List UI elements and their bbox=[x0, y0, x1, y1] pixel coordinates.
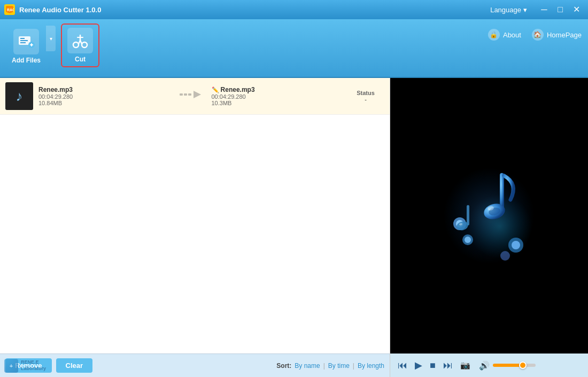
sort-area: Sort: By name | By time | By length bbox=[276, 362, 384, 370]
svg-rect-16 bbox=[184, 93, 187, 96]
svg-rect-3 bbox=[20, 38, 25, 39]
renee-logo-text: RENE.ELaboratory bbox=[21, 359, 46, 372]
minimize-button[interactable]: ─ bbox=[537, 2, 552, 17]
svg-text:RAC: RAC bbox=[7, 8, 14, 12]
toolbar-right: 🔒 About 🏠 HomePage bbox=[488, 23, 582, 41]
status-label: Status bbox=[347, 90, 384, 96]
svg-marker-18 bbox=[194, 91, 201, 98]
renee-logo: + RENE.ELaboratory bbox=[4, 359, 46, 373]
stop-button[interactable]: ■ bbox=[428, 359, 438, 372]
add-files-label: Add Files bbox=[12, 57, 41, 64]
about-label: About bbox=[503, 31, 521, 39]
edit-icon: ✏️ bbox=[212, 87, 221, 93]
music-art bbox=[441, 162, 537, 269]
sort-by-time[interactable]: By time bbox=[328, 362, 350, 370]
add-files-button[interactable]: Add Files bbox=[6, 26, 46, 67]
svg-rect-15 bbox=[180, 93, 183, 96]
right-panel: ⏮ ▶ ■ ⏭ 📷 🔊 bbox=[390, 78, 588, 377]
svg-point-10 bbox=[82, 42, 87, 48]
svg-point-27 bbox=[500, 251, 510, 261]
add-files-icon bbox=[13, 29, 39, 54]
main-content: ♪ Renee.mp3 00:04:29.280 10.84MB bbox=[0, 78, 588, 377]
toolbar: Add Files ▾ Cut 🔒 About 🏠 HomePage bbox=[0, 19, 588, 78]
close-button[interactable]: ✕ bbox=[569, 2, 584, 17]
volume-icon: 🔊 bbox=[479, 360, 490, 371]
file-thumbnail: ♪ bbox=[5, 82, 33, 110]
sort-by-length[interactable]: By length bbox=[358, 362, 384, 370]
cut-label: Cut bbox=[75, 56, 86, 63]
homepage-icon: 🏠 bbox=[532, 29, 544, 41]
table-row[interactable]: ♪ Renee.mp3 00:04:29.280 10.84MB bbox=[0, 78, 390, 115]
window-controls: ─ □ ✕ bbox=[537, 2, 584, 17]
svg-rect-5 bbox=[20, 42, 26, 43]
cut-icon bbox=[67, 28, 93, 53]
homepage-button[interactable]: 🏠 HomePage bbox=[532, 29, 582, 41]
music-note-icon: ♪ bbox=[16, 88, 23, 105]
output-filename-row: ✏️ Renee.mp3 bbox=[212, 86, 342, 93]
language-button[interactable]: Language ▾ bbox=[486, 4, 531, 16]
screenshot-button[interactable]: 📷 bbox=[458, 359, 473, 371]
input-size: 10.84MB bbox=[38, 100, 169, 106]
output-info: ✏️ Renee.mp3 00:04:29.280 10.3MB bbox=[212, 86, 342, 106]
svg-rect-32 bbox=[467, 205, 469, 225]
output-size: 10.3MB bbox=[212, 100, 342, 106]
titlebar-left: RAC Renee Audio Cutter 1.0.0 bbox=[4, 4, 101, 15]
input-duration: 00:04:29.280 bbox=[38, 93, 169, 100]
cut-button[interactable]: Cut bbox=[61, 23, 99, 67]
about-button[interactable]: 🔒 About bbox=[488, 29, 521, 41]
file-info: Renee.mp3 00:04:29.280 10.84MB bbox=[38, 86, 169, 106]
language-dropdown-icon: ▾ bbox=[523, 6, 527, 14]
svg-point-9 bbox=[73, 42, 79, 48]
file-list-bottom-bar: Remove Clear Sort: By name | By time | B… bbox=[0, 354, 390, 377]
svg-point-26 bbox=[512, 241, 520, 249]
app-title: Renee Audio Cutter 1.0.0 bbox=[19, 6, 101, 14]
volume-slider[interactable] bbox=[493, 364, 536, 367]
about-icon: 🔒 bbox=[488, 29, 500, 41]
input-filename: Renee.mp3 bbox=[38, 86, 169, 93]
output-filename: Renee.mp3 bbox=[221, 86, 255, 93]
svg-point-24 bbox=[465, 237, 471, 243]
add-files-dropdown-button[interactable]: ▾ bbox=[46, 26, 56, 51]
app-logo: RAC bbox=[4, 4, 15, 15]
language-label: Language bbox=[490, 6, 521, 14]
titlebar: RAC Renee Audio Cutter 1.0.0 Language ▾ … bbox=[0, 0, 588, 19]
renee-logo-icon: + bbox=[4, 359, 18, 373]
player-controls: ⏮ ▶ ■ ⏭ 📷 🔊 bbox=[390, 354, 588, 377]
sort-by-name[interactable]: By name bbox=[295, 362, 320, 370]
svg-rect-8 bbox=[31, 43, 32, 46]
play-button[interactable]: ▶ bbox=[413, 358, 424, 372]
skip-forward-button[interactable]: ⏭ bbox=[441, 359, 455, 372]
file-list: ♪ Renee.mp3 00:04:29.280 10.84MB bbox=[0, 78, 390, 354]
sort-label: Sort: bbox=[276, 362, 291, 370]
status-col: Status - bbox=[347, 90, 384, 103]
volume-thumb[interactable] bbox=[519, 362, 527, 369]
output-duration: 00:04:29.280 bbox=[212, 93, 342, 100]
skip-back-button[interactable]: ⏮ bbox=[396, 359, 409, 372]
svg-rect-17 bbox=[188, 93, 191, 96]
clear-button[interactable]: Clear bbox=[56, 358, 93, 373]
arrow-icon bbox=[174, 89, 206, 104]
svg-rect-4 bbox=[20, 40, 28, 41]
preview-area bbox=[390, 78, 588, 354]
homepage-label: HomePage bbox=[547, 31, 582, 39]
status-value: - bbox=[347, 96, 384, 103]
left-panel: ♪ Renee.mp3 00:04:29.280 10.84MB bbox=[0, 78, 390, 377]
maximize-button[interactable]: □ bbox=[553, 2, 568, 17]
